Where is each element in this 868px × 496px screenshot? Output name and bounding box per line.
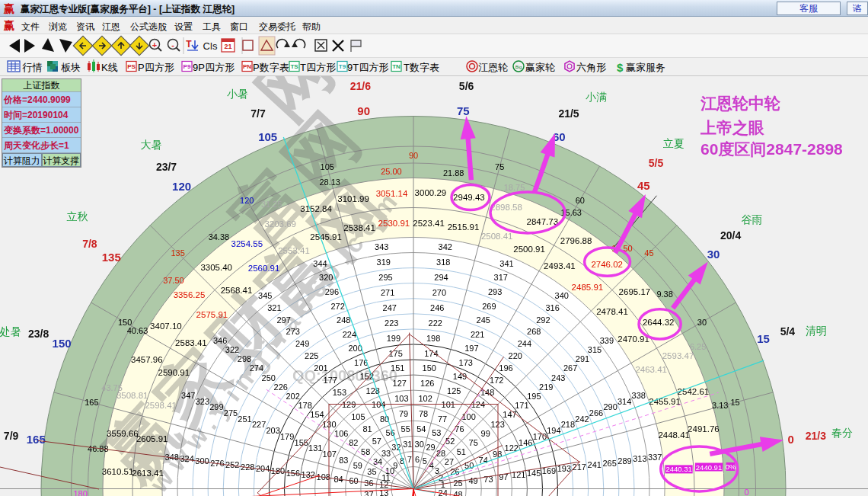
svg-text:2746.02: 2746.02: [591, 260, 623, 269]
svg-text:250: 250: [262, 373, 276, 382]
svg-text:3.13: 3.13: [712, 401, 728, 410]
svg-text:2898.58: 2898.58: [490, 203, 522, 212]
svg-text:105: 105: [351, 412, 365, 421]
svg-text:34: 34: [373, 457, 382, 466]
svg-text:242: 242: [575, 414, 589, 424]
svg-text:2530.91: 2530.91: [378, 219, 410, 228]
svg-text:3203.69: 3203.69: [264, 219, 296, 229]
svg-text:272: 272: [330, 302, 344, 311]
svg-text:346: 346: [213, 336, 227, 345]
svg-text:291: 291: [576, 354, 589, 363]
svg-text:339: 339: [600, 336, 614, 345]
svg-text:218: 218: [561, 420, 575, 429]
svg-text:151: 151: [391, 363, 404, 373]
svg-text:135: 135: [102, 251, 121, 264]
svg-text:322: 322: [225, 345, 239, 354]
svg-text:243: 243: [551, 373, 565, 382]
svg-text:153: 153: [333, 388, 346, 397]
svg-text:266: 266: [589, 408, 603, 418]
svg-text:107: 107: [323, 450, 337, 459]
svg-text:27: 27: [445, 457, 454, 466]
svg-text:2500.91: 2500.91: [513, 245, 545, 254]
svg-text:T四方形: T四方形: [300, 62, 336, 73]
svg-text:193: 193: [557, 464, 571, 473]
svg-text:处暑: 处暑: [0, 325, 21, 338]
svg-text:PS: PS: [127, 63, 136, 70]
svg-text:2491.76: 2491.76: [688, 424, 720, 434]
svg-text:9.38: 9.38: [656, 290, 672, 299]
svg-text:102: 102: [418, 394, 432, 403]
svg-text:立夏: 立夏: [663, 137, 685, 149]
svg-text:21/5: 21/5: [558, 107, 579, 120]
svg-text:3508.81: 3508.81: [116, 391, 148, 400]
svg-text:7: 7: [407, 455, 412, 464]
svg-text:198: 198: [426, 334, 440, 343]
svg-text:赢家服务: 赢家服务: [626, 62, 665, 73]
svg-text:5/5: 5/5: [649, 157, 664, 169]
svg-text:222: 222: [429, 318, 442, 328]
svg-text:0%: 0%: [726, 462, 736, 471]
svg-text:30: 30: [415, 440, 424, 449]
svg-text:251: 251: [238, 414, 251, 424]
svg-text:265: 265: [602, 459, 616, 468]
svg-text:35: 35: [367, 467, 376, 476]
svg-text:T9: T9: [339, 63, 346, 70]
svg-text:196: 196: [499, 363, 512, 373]
svg-text:289: 289: [617, 456, 631, 466]
svg-text:135: 135: [171, 248, 184, 258]
svg-text:131: 131: [308, 443, 322, 453]
svg-text:13: 13: [379, 488, 388, 496]
svg-text:344: 344: [313, 259, 327, 268]
svg-text:小暑: 小暑: [227, 88, 248, 100]
svg-text:21.88: 21.88: [443, 168, 464, 178]
svg-text:2695.17: 2695.17: [619, 287, 651, 296]
svg-text:75: 75: [457, 104, 470, 117]
svg-text:2448.41: 2448.41: [658, 430, 690, 440]
svg-text:7/8: 7/8: [82, 238, 97, 250]
svg-text:3407.10: 3407.10: [150, 322, 182, 331]
svg-text:246: 246: [430, 303, 444, 312]
svg-text:296: 296: [325, 287, 339, 296]
svg-text:274: 274: [250, 363, 263, 373]
svg-text:225: 225: [305, 351, 318, 360]
svg-text:58: 58: [361, 447, 370, 456]
svg-text:P四方形: P四方形: [138, 62, 174, 73]
svg-text:295: 295: [378, 273, 392, 282]
svg-text:247: 247: [383, 303, 397, 312]
svg-text:15: 15: [757, 332, 770, 345]
svg-text:30: 30: [707, 248, 720, 261]
svg-text:23/7: 23/7: [156, 161, 177, 173]
svg-text:大暑: 大暑: [141, 139, 162, 151]
svg-text:2583.41: 2583.41: [175, 338, 207, 347]
svg-text:79: 79: [399, 409, 408, 418]
svg-text:347: 347: [181, 391, 195, 400]
svg-text:2644.32: 2644.32: [643, 318, 675, 327]
svg-text:+: +: [152, 40, 157, 50]
svg-text:202: 202: [286, 392, 299, 401]
svg-text:5: 5: [423, 456, 427, 466]
svg-text:2478.41: 2478.41: [596, 307, 628, 316]
svg-text:2440.31: 2440.31: [665, 465, 691, 473]
svg-text:K线: K线: [101, 62, 118, 73]
svg-text:320: 320: [319, 273, 333, 282]
svg-text:30: 30: [697, 318, 707, 327]
svg-text:223: 223: [385, 318, 398, 328]
svg-text:2553.41: 2553.41: [278, 246, 310, 255]
svg-text:75: 75: [469, 438, 478, 447]
svg-text:0: 0: [788, 433, 794, 446]
svg-text:6.25: 6.25: [690, 342, 706, 351]
svg-text:220: 220: [509, 351, 522, 360]
svg-text:314: 314: [617, 397, 631, 406]
svg-text:2545.91: 2545.91: [310, 232, 342, 242]
svg-text:99: 99: [481, 429, 490, 438]
svg-text:2538.41: 2538.41: [343, 223, 375, 232]
svg-text:板块: 板块: [61, 62, 81, 73]
svg-text:2590.91: 2590.91: [158, 368, 190, 377]
svg-text:125: 125: [447, 386, 461, 395]
svg-text:227: 227: [252, 420, 266, 429]
svg-text:315: 315: [588, 345, 602, 354]
svg-text:18.75: 18.75: [504, 183, 525, 192]
svg-text:行情: 行情: [22, 62, 43, 73]
svg-text:45: 45: [644, 248, 653, 258]
svg-text:7/7: 7/7: [251, 107, 266, 120]
